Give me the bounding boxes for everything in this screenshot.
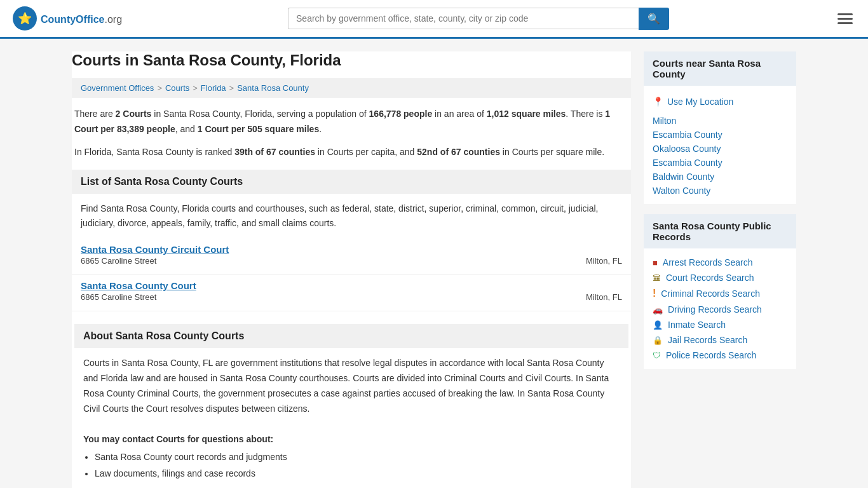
near-link-3[interactable]: Escambia County — [653, 156, 787, 170]
breadcrumb: Government Offices > Courts > Florida > … — [72, 78, 631, 98]
police-icon: 🛡 — [653, 351, 661, 360]
pr-link-1[interactable]: 🏛 Court Records Search — [653, 270, 787, 285]
header: ⭐ CountyOffice.org 🔍 — [0, 0, 868, 39]
near-link-4[interactable]: Baldwin County — [653, 170, 787, 184]
contact-list: Santa Rosa County court records and judg… — [74, 449, 628, 488]
pr-label-0: Arrest Records Search — [663, 257, 753, 268]
near-link-1[interactable]: Escambia County — [653, 128, 787, 142]
about-section: About Santa Rosa County Courts Courts in… — [72, 324, 631, 488]
court-city-1: Milton, FL — [586, 256, 622, 266]
court-city-2: Milton, FL — [586, 292, 622, 302]
pr-label-2: Criminal Records Search — [661, 288, 760, 299]
arrest-icon: ■ — [653, 258, 658, 268]
contact-list-item-2: Law documents, filings and case records — [95, 466, 608, 482]
public-records-body: ■ Arrest Records Search 🏛 Court Records … — [644, 248, 796, 369]
pr-link-0[interactable]: ■ Arrest Records Search — [653, 255, 787, 270]
breadcrumb-item-county[interactable]: Santa Rosa County — [237, 83, 309, 93]
court-name-1[interactable]: Santa Rosa County Circuit Court — [81, 244, 622, 255]
list-section: List of Santa Rosa County Courts Find Sa… — [72, 170, 631, 311]
use-my-location[interactable]: 📍 Use My Location — [653, 92, 787, 111]
logo-icon: ⭐ — [13, 6, 37, 30]
driving-icon: 🚗 — [653, 305, 663, 315]
breadcrumb-item-gov[interactable]: Government Offices — [81, 83, 154, 93]
court-address-1: 6865 Caroline Street — [81, 256, 156, 266]
content-area: Courts in Santa Rosa County, Florida Gov… — [72, 51, 631, 488]
use-my-location-link[interactable]: Use My Location — [667, 95, 733, 109]
logo-text: CountyOffice.org — [41, 11, 122, 26]
pr-link-6[interactable]: 🛡 Police Records Search — [653, 348, 787, 363]
pr-link-2[interactable]: ! Criminal Records Search — [653, 285, 787, 302]
main-layout: Courts in Santa Rosa County, Florida Gov… — [59, 51, 809, 488]
pr-label-5: Jail Records Search — [668, 335, 747, 345]
public-records-card: Santa Rosa County Public Records ■ Arres… — [644, 214, 796, 369]
about-header: About Santa Rosa County Courts — [74, 324, 628, 348]
pr-label-3: Driving Records Search — [668, 304, 762, 315]
search-button[interactable]: 🔍 — [639, 8, 669, 30]
court-name-2[interactable]: Santa Rosa County Court — [81, 280, 622, 291]
pr-link-5[interactable]: 🔒 Jail Records Search — [653, 332, 787, 348]
near-link-0[interactable]: Milton — [653, 114, 787, 128]
pr-label-1: Court Records Search — [666, 273, 754, 283]
hamburger-menu[interactable] — [835, 11, 855, 27]
pr-label-4: Inmate Search — [668, 320, 726, 330]
court-item-2: Santa Rosa County Court 6865 Caroline St… — [72, 275, 631, 311]
summary-text: There are 2 Courts in Santa Rosa County,… — [72, 107, 631, 137]
contact-header: You may contact Courts for questions abo… — [74, 434, 628, 444]
near-link-5[interactable]: Walton County — [653, 184, 787, 198]
pr-link-3[interactable]: 🚗 Driving Records Search — [653, 302, 787, 317]
list-description: Find Santa Rosa County, Florida courts a… — [72, 201, 631, 239]
court-icon: 🏛 — [653, 273, 661, 283]
search-input[interactable] — [288, 8, 639, 29]
jail-icon: 🔒 — [653, 336, 663, 345]
page-title: Courts in Santa Rosa County, Florida — [72, 51, 631, 69]
logo[interactable]: ⭐ CountyOffice.org — [13, 6, 122, 30]
breadcrumb-item-courts[interactable]: Courts — [165, 83, 189, 93]
near-link-2[interactable]: Okaloosa County — [653, 142, 787, 156]
public-records-header: Santa Rosa County Public Records — [644, 214, 796, 248]
pr-link-4[interactable]: 👤 Inmate Search — [653, 317, 787, 332]
about-body: Courts in Santa Rosa County, FL are gove… — [74, 356, 628, 425]
location-pin-icon: 📍 — [653, 97, 663, 107]
pr-label-6: Police Records Search — [666, 350, 756, 360]
summary2-text: In Florida, Santa Rosa County is ranked … — [72, 145, 631, 160]
court-item-1: Santa Rosa County Circuit Court 6865 Car… — [72, 239, 631, 275]
court-address-2: 6865 Caroline Street — [81, 292, 156, 302]
courts-near-card: Courts near Santa Rosa County 📍 Use My L… — [644, 51, 796, 204]
list-section-header: List of Santa Rosa County Courts — [72, 170, 631, 194]
courts-near-header: Courts near Santa Rosa County — [644, 51, 796, 86]
criminal-icon: ! — [653, 288, 656, 299]
sidebar: Courts near Santa Rosa County 📍 Use My L… — [644, 51, 796, 488]
inmate-icon: 👤 — [653, 320, 663, 330]
search-area: 🔍 — [288, 8, 669, 30]
contact-list-item-1: Santa Rosa County court records and judg… — [95, 449, 608, 465]
courts-near-body: 📍 Use My Location Milton Escambia County… — [644, 86, 796, 204]
breadcrumb-item-florida[interactable]: Florida — [201, 83, 226, 93]
